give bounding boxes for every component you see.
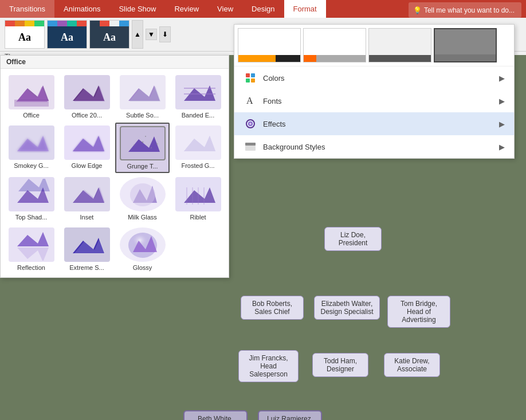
theme-riblet-label: Riblet xyxy=(190,214,206,221)
theme-riblet-icon xyxy=(175,177,221,211)
org-node-liz-text: Liz Doe,President xyxy=(339,231,368,247)
theme-office20-icon xyxy=(64,75,110,109)
theme-extreme-label: Extreme S... xyxy=(69,264,104,271)
theme-milkglass-label: Milk Glass xyxy=(128,214,157,221)
theme-smokey-label: Smokey G... xyxy=(14,162,49,169)
theme-reflection[interactable]: Reflection xyxy=(4,225,58,274)
tab-design[interactable]: Design xyxy=(242,0,284,18)
theme-topshad[interactable]: Top Shad... xyxy=(4,174,58,223)
tab-transitions[interactable]: Transitions xyxy=(0,0,54,18)
search-placeholder: Tell me what you want to do... xyxy=(424,6,515,14)
theme-frosted-label: Frosted G... xyxy=(181,162,214,169)
background-icon xyxy=(244,140,257,154)
theme-topshad-label: Top Shad... xyxy=(15,214,48,221)
svg-point-31 xyxy=(151,147,152,148)
svg-rect-11 xyxy=(14,100,49,107)
svg-point-71 xyxy=(249,123,252,125)
palette-icon xyxy=(244,71,257,85)
org-node-liz[interactable]: Liz Doe,President xyxy=(324,227,382,251)
menu-colors[interactable]: Colors ▶ xyxy=(234,66,514,89)
org-node-todd[interactable]: Todd Ham,Designer xyxy=(312,353,368,377)
theme-grunge-label: Grunge T... xyxy=(127,163,158,170)
variant-3[interactable] xyxy=(368,28,431,62)
variant-2[interactable] xyxy=(303,28,366,62)
org-node-luiz-text: Luiz Ramierez,Salesperson xyxy=(267,415,313,420)
theme-frosted[interactable]: Frosted G... xyxy=(171,123,225,173)
svg-rect-64 xyxy=(246,73,250,77)
theme-office-icon xyxy=(9,75,54,109)
theme-milkglass[interactable]: Milk Glass xyxy=(115,174,170,223)
theme-glowedge-label: Glow Edge xyxy=(72,162,103,169)
org-node-luiz[interactable]: Luiz Ramierez,Salesperson xyxy=(258,410,322,420)
theme-extreme[interactable]: Extreme S... xyxy=(60,225,114,274)
theme-banded-icon xyxy=(175,75,221,109)
svg-point-33 xyxy=(156,143,158,144)
menu-background-label: Background Styles xyxy=(263,143,499,151)
org-node-beth[interactable]: Beth White,Salesperson xyxy=(183,410,248,420)
theme-inset[interactable]: Inset xyxy=(60,174,114,223)
svg-rect-65 xyxy=(251,73,255,77)
svg-point-32 xyxy=(145,136,146,137)
tab-review[interactable]: Review xyxy=(165,0,208,18)
variant-4[interactable] xyxy=(434,28,497,62)
theme-riblet[interactable]: Riblet xyxy=(171,174,225,223)
scroll-up-arrow[interactable]: ▲ xyxy=(132,20,143,49)
theme-frosted-icon xyxy=(175,125,221,160)
theme-topshad-icon xyxy=(9,177,54,211)
variant-1[interactable] xyxy=(238,28,301,62)
menu-background[interactable]: Background Styles ▶ xyxy=(234,135,514,158)
ribbon-tabs-row: Transitions Animations Slide Show Review… xyxy=(0,0,526,18)
effect-section-header: Office xyxy=(1,56,229,69)
svg-rect-73 xyxy=(245,143,256,146)
theme-banded-label: Banded E... xyxy=(182,112,215,119)
org-node-jim-text: Jim Francks,HeadSalesperson xyxy=(249,354,288,378)
theme-subtle-label: Subtle So... xyxy=(126,112,159,119)
theme-reflection-icon xyxy=(9,227,54,262)
fonts-icon: A xyxy=(244,94,257,108)
theme-thumb-1[interactable]: Aa xyxy=(5,20,45,49)
tab-view[interactable]: View xyxy=(208,0,242,18)
theme-office20[interactable]: Office 20... xyxy=(60,72,114,121)
menu-effects[interactable]: Effects ▶ xyxy=(234,112,514,135)
theme-reflection-label: Reflection xyxy=(17,264,45,271)
theme-office[interactable]: Office xyxy=(4,72,58,121)
menu-fonts[interactable]: A Fonts ▶ xyxy=(234,89,514,112)
theme-glossy[interactable]: Glossy xyxy=(115,225,170,274)
menu-background-arrow: ▶ xyxy=(499,143,505,151)
effects-icon xyxy=(244,117,257,131)
tab-format[interactable]: Format xyxy=(284,0,326,18)
menu-fonts-label: Fonts xyxy=(263,97,499,105)
menu-fonts-arrow: ▶ xyxy=(499,97,505,105)
theme-inset-icon xyxy=(64,177,110,211)
theme-glossy-label: Glossy xyxy=(133,264,152,271)
tab-animations[interactable]: Animations xyxy=(54,0,109,18)
org-node-beth-text: Beth White,Salesperson xyxy=(197,415,235,420)
theme-thumb-3[interactable]: Aa xyxy=(89,20,129,49)
svg-point-46 xyxy=(130,183,155,206)
tab-slideshow[interactable]: Slide Show xyxy=(109,0,165,18)
theme-office-label: Office xyxy=(23,112,40,119)
theme-subtle-icon xyxy=(120,75,166,109)
org-node-katie[interactable]: Katie Drew,Associate xyxy=(384,353,440,377)
org-node-bob[interactable]: Bob Roberts,Sales Chief xyxy=(241,296,304,320)
scroll-more-arrow[interactable]: ⬇ xyxy=(159,26,171,42)
menu-colors-label: Colors xyxy=(263,74,499,83)
search-box[interactable]: 💡 Tell me what you want to do... xyxy=(409,2,521,18)
svg-rect-67 xyxy=(251,78,255,83)
org-node-katie-text: Katie Drew,Associate xyxy=(394,357,429,373)
right-dropdown: Colors ▶ A Fonts ▶ Effects ▶ B xyxy=(234,24,515,159)
org-node-jim[interactable]: Jim Francks,HeadSalesperson xyxy=(238,350,299,382)
org-node-tom[interactable]: Tom Bridge,Head ofAdvertising xyxy=(387,296,450,328)
theme-grunge[interactable]: Grunge T... xyxy=(115,123,170,173)
menu-effects-label: Effects xyxy=(263,120,499,128)
theme-smokey[interactable]: Smokey G... xyxy=(4,123,58,173)
svg-point-29 xyxy=(134,144,135,146)
theme-subtle[interactable]: Subtle So... xyxy=(115,72,170,121)
theme-office20-label: Office 20... xyxy=(72,112,102,119)
org-node-elizabeth[interactable]: Elizabeth Walter,Design Specialist xyxy=(314,296,380,320)
theme-glowedge[interactable]: Glow Edge xyxy=(60,123,114,173)
theme-inset-label: Inset xyxy=(80,214,94,221)
scroll-down-arrow[interactable]: ▼ xyxy=(146,29,157,40)
theme-thumb-2[interactable]: Aa xyxy=(47,20,87,49)
theme-banded[interactable]: Banded E... xyxy=(171,72,225,121)
